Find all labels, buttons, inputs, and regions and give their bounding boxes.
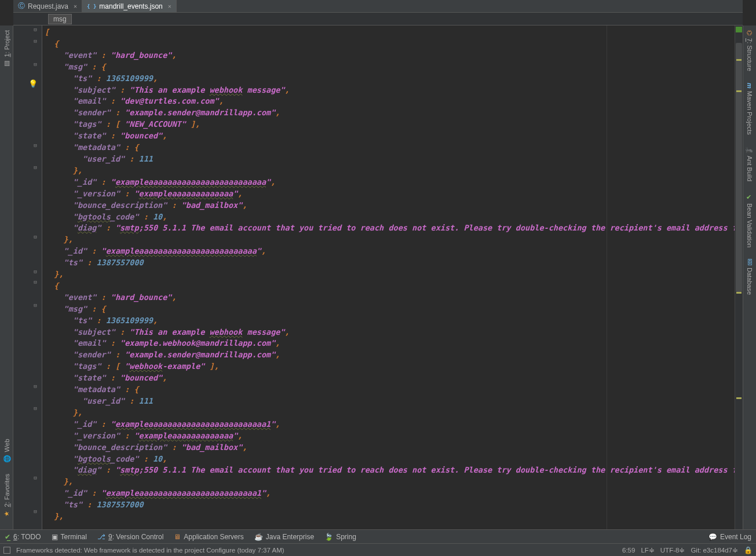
spring-icon: 🍃 xyxy=(324,533,333,541)
breadcrumb-item[interactable]: msg xyxy=(48,14,72,24)
breadcrumb: msg xyxy=(13,13,743,25)
editor-tabs: Ⓒ Request.java ✕ { } mandrill_events.jso… xyxy=(13,0,743,13)
todo-icon: ✔̲ xyxy=(5,533,10,541)
fold-icon[interactable]: ⊟ xyxy=(32,302,38,308)
status-message: Frameworks detected: Web framework is de… xyxy=(16,547,284,554)
close-icon[interactable]: ✕ xyxy=(168,3,171,9)
fold-icon[interactable]: ⊟ xyxy=(32,27,38,32)
editor-area: 💡 ⊟ ⊟ ⊟ ⊟ ⊟ ⊟ ⊟ ⊟ ⊟ ⊟ ⊟ ⊟ ⊟ [ { "event" … xyxy=(13,25,743,529)
web-icon: 🌐 xyxy=(3,455,10,462)
status-bar: Frameworks detected: Web framework is de… xyxy=(0,543,756,556)
fold-icon[interactable]: ⊟ xyxy=(32,383,38,389)
git-branch[interactable]: Git: e3c184d7≑ xyxy=(691,546,738,554)
tool-favorites[interactable]: ★ 2: Favorites xyxy=(3,471,10,520)
tool-todo[interactable]: ✔̲ 6: TODO xyxy=(5,533,41,541)
tool-java-enterprise[interactable]: ☕ Java Enterprise xyxy=(254,533,314,541)
project-icon: ▤ xyxy=(3,60,10,67)
tool-project[interactable]: ▤ 1: Project xyxy=(3,28,10,70)
tab-mandrill-events-json[interactable]: { } mandrill_events.json ✕ xyxy=(82,0,177,12)
file-encoding[interactable]: UTF-8≑ xyxy=(660,546,685,554)
server-icon: 🖥 xyxy=(174,533,181,541)
fold-icon[interactable]: ⊟ xyxy=(32,164,38,170)
javaee-icon: ☕ xyxy=(254,533,263,541)
tool-ant-build[interactable]: 🐜 Ant Build xyxy=(746,144,754,184)
tool-database[interactable]: 🗄 Database xyxy=(746,257,753,297)
cursor-position[interactable]: 6:59 xyxy=(622,547,635,554)
fold-icon[interactable]: ⊟ xyxy=(32,405,38,411)
line-separator[interactable]: LF≑ xyxy=(641,546,654,554)
ant-icon: 🐜 xyxy=(746,146,754,153)
tool-structure[interactable]: ⌬ 7: Structure xyxy=(746,28,754,74)
warning-marker[interactable] xyxy=(736,397,742,399)
tab-label: Request.java xyxy=(28,2,68,10)
right-tool-strip: ⌬ 7: Structure m Maven Projects 🐜 Ant Bu… xyxy=(743,25,756,529)
gutter[interactable]: 💡 ⊟ ⊟ ⊟ ⊟ ⊟ ⊟ ⊟ ⊟ ⊟ ⊟ ⊟ ⊟ ⊟ xyxy=(13,25,42,529)
java-class-icon: Ⓒ xyxy=(18,1,25,11)
code-area[interactable]: [ { "event" : "hard_bounce", "msg" : { "… xyxy=(42,25,735,529)
warning-marker[interactable] xyxy=(736,59,742,61)
fold-icon[interactable]: ⊟ xyxy=(32,142,38,148)
lock-icon[interactable]: 🔒 xyxy=(744,546,753,554)
fold-icon[interactable]: ⊟ xyxy=(32,475,38,481)
fold-icon[interactable]: ⊟ xyxy=(32,279,38,285)
right-margin-line xyxy=(607,25,607,529)
terminal-icon: ▣ xyxy=(52,533,58,541)
tab-request-java[interactable]: Ⓒ Request.java ✕ xyxy=(13,0,82,12)
structure-icon: ⌬ xyxy=(746,30,754,36)
database-icon: 🗄 xyxy=(746,259,753,265)
tool-maven[interactable]: m Maven Projects xyxy=(746,81,753,137)
fold-icon[interactable]: ⊟ xyxy=(32,38,38,44)
star-icon: ★ xyxy=(3,509,10,517)
tool-version-control[interactable]: ⎇ 9: Version Control xyxy=(97,533,163,541)
tool-window-toggle[interactable] xyxy=(3,547,10,554)
inspection-indicator[interactable] xyxy=(736,27,742,32)
left-tool-strip: ▤ 1: Project 🌐 Web ★ 2: Favorites xyxy=(0,25,13,529)
event-log-icon: 💬 xyxy=(708,533,717,541)
fold-icon[interactable]: ⊟ xyxy=(32,234,38,240)
tool-spring[interactable]: 🍃 Spring xyxy=(324,533,356,541)
tool-event-log[interactable]: 💬 Event Log xyxy=(708,533,751,541)
warning-marker[interactable] xyxy=(736,292,742,294)
vcs-icon: ⎇ xyxy=(97,533,105,541)
tab-label: mandrill_events.json xyxy=(99,2,162,10)
scroll-thumb[interactable] xyxy=(736,43,742,292)
fold-icon[interactable]: ⊟ xyxy=(32,61,38,67)
tool-application-servers[interactable]: 🖥 Application Servers xyxy=(174,533,243,541)
close-icon[interactable]: ✕ xyxy=(74,3,77,9)
warning-marker[interactable] xyxy=(736,90,742,92)
maven-icon: m xyxy=(746,83,753,89)
json-file-icon: { } xyxy=(87,3,96,9)
tool-web[interactable]: 🌐 Web xyxy=(3,437,10,464)
fold-icon[interactable]: ⊟ xyxy=(32,269,38,275)
tool-bean-validation[interactable]: ✔ Bean Validation xyxy=(746,191,754,250)
scrollbar-vertical[interactable] xyxy=(735,25,743,529)
tool-terminal[interactable]: ▣ Terminal xyxy=(52,533,87,541)
bean-icon: ✔ xyxy=(746,193,754,201)
bottom-tool-bar: ✔̲ 6: TODO ▣ Terminal ⎇ 9: Version Contr… xyxy=(0,529,756,543)
fold-icon[interactable]: ⊟ xyxy=(32,509,38,514)
